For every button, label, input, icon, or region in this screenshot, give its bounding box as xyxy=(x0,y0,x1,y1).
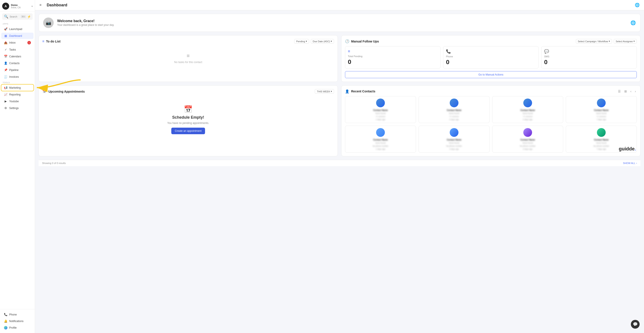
sidebar-item-label: Notifications xyxy=(9,320,24,323)
appointments-title: Upcoming Appointments xyxy=(48,90,85,93)
sidebar-item-pipeline[interactable]: 📌 Pipeline xyxy=(1,67,34,73)
sidebar-item-marketing[interactable]: 📢 Marketing xyxy=(1,84,34,91)
appointments-title-group: 📅 Upcoming Appointments xyxy=(42,89,85,93)
appointments-empty-title: Schedule Empty! xyxy=(172,115,204,120)
contact-time-4: 7 days ago xyxy=(596,118,606,121)
show-all-btn[interactable]: SHOW ALL › xyxy=(623,162,637,164)
contact-card-8[interactable]: Contact Name None found No phone number … xyxy=(566,126,637,153)
appointments-card: 📅 Upcoming Appointments THIS WEEK ▾ 📅 Sc… xyxy=(38,85,338,156)
sidebar-item-label: Pipeline xyxy=(9,68,18,72)
inbox-icon: 📥 xyxy=(4,41,8,44)
appointments-empty-state: 📅 Schedule Empty! You have no pending ap… xyxy=(42,96,334,143)
sidebar-item-settings[interactable]: ⚙ Settings xyxy=(1,105,34,111)
sidebar-item-profile[interactable]: Profile xyxy=(1,325,34,331)
contacts-card-header: 👤 Recent Contacts ☰ ⊞ ‹ › xyxy=(345,89,637,93)
contact-avatar-4 xyxy=(597,98,606,107)
this-week-label: THIS WEEK xyxy=(317,90,330,93)
stat-phone: 📞 Phone 0 xyxy=(443,46,539,68)
stat-total-value: 0 xyxy=(348,58,438,65)
contact-card-3[interactable]: Contact Name None found +1 xxxxxxx 5 day… xyxy=(492,96,563,123)
pipeline-icon: 📌 xyxy=(4,68,8,72)
contact-phone-8: No phone number xyxy=(594,145,609,147)
sidebar-item-label: Contacts xyxy=(9,62,20,65)
page-title: Dashboard xyxy=(47,3,67,7)
campaign-filter-btn[interactable]: Select Campaign / Workflow ▾ xyxy=(576,39,612,43)
chat-bubble-btn[interactable]: 💬 xyxy=(631,320,640,329)
user-avatar: A xyxy=(2,3,9,10)
contact-name-4: Contact Name xyxy=(594,109,608,111)
sidebar-item-contacts[interactable]: 👤 Contacts xyxy=(1,60,34,66)
sort-filter-btn[interactable]: Due Date (ASC) ▾ xyxy=(311,39,334,43)
contact-card-7[interactable]: Contact Name None found No phone number … xyxy=(492,126,563,153)
appointments-icon: 📅 xyxy=(42,89,47,93)
stat-sms: 💬 SMS 0 xyxy=(541,46,637,68)
this-week-filter-btn[interactable]: THIS WEEK ▾ xyxy=(315,89,334,94)
inbox-badge: 1 xyxy=(28,41,31,44)
sidebar-item-label: Inbox xyxy=(9,41,16,44)
sidebar-item-label: Marketing xyxy=(9,86,21,89)
stat-phone-icon: 📞 xyxy=(446,49,536,54)
contact-meta-3: None found xyxy=(523,112,533,114)
hamburger-icon[interactable]: ≡ xyxy=(40,3,42,7)
sort-label: Due Date (ASC) xyxy=(313,40,330,43)
contact-card-1[interactable]: Contact Name None found +1 xxxxxxx 1 day… xyxy=(345,96,416,123)
contact-card-5[interactable]: Contact Name None found No phone number … xyxy=(345,126,416,153)
sort-chevron: ▾ xyxy=(331,40,332,43)
sidebar-item-invoices[interactable]: 🧾 Invoices xyxy=(1,73,34,80)
sidebar-item-dashboard[interactable]: ▦ Dashboard xyxy=(1,33,34,39)
sidebar-item-label: Dashboard xyxy=(9,34,22,37)
appointments-empty-sub: You have no pending appointments. xyxy=(167,121,209,125)
contact-card-6[interactable]: Contact Name None found No phone number … xyxy=(418,126,490,153)
todo-icon: ≡ xyxy=(42,39,44,43)
list-view-icon[interactable]: ☰ xyxy=(617,89,622,93)
contact-avatar-3 xyxy=(523,98,532,107)
show-all-label: SHOW ALL xyxy=(623,162,635,164)
phone-icon: 📞 xyxy=(4,313,8,316)
this-week-chevron: ▾ xyxy=(331,90,332,93)
todo-filters: Pending ▾ Due Date (ASC) ▾ xyxy=(294,39,334,43)
sidebar: A Demo Irvine, CA ▾ 🔍 Search ⌘K ⚡ Apps 🚀… xyxy=(0,0,35,333)
todo-card: ≡ To do List Pending ▾ Due Date (ASC) ▾ xyxy=(38,35,338,82)
contact-phone-5: No phone number xyxy=(372,145,388,147)
chat-icon: 💬 xyxy=(633,322,638,327)
calendars-icon: 📅 xyxy=(4,55,8,58)
contact-avatar-7 xyxy=(523,128,532,137)
sidebar-item-phone[interactable]: 📞 Phone xyxy=(1,311,34,318)
welcome-text: Welcome back, Grace! Your dashboard is a… xyxy=(57,19,114,26)
contacts-title-group: 👤 Recent Contacts xyxy=(345,89,375,93)
contact-card-2[interactable]: Contact Name None found +1 xxxxxxx 3 day… xyxy=(418,96,490,123)
sidebar-item-reporting[interactable]: 📈 Reporting xyxy=(1,91,34,98)
stat-total-label: Total Pending xyxy=(348,55,438,57)
user-section[interactable]: A Demo Irvine, CA ▾ xyxy=(0,0,35,11)
stat-total: ≡ Total Pending 0 xyxy=(345,46,440,68)
stat-sms-icon: 💬 xyxy=(544,49,634,54)
sidebar-item-youtube[interactable]: ▶ Youtube xyxy=(1,98,34,104)
sidebar-item-notifications[interactable]: 🔔 Notifications xyxy=(1,318,34,324)
assignee-filter-btn[interactable]: Select Assignee ▾ xyxy=(614,39,637,43)
followup-stats: ≡ Total Pending 0 📞 Phone 0 💬 SMS 0 xyxy=(345,46,637,68)
grid-view-icon[interactable]: ⊞ xyxy=(624,89,628,93)
sidebar-item-launchpad[interactable]: 🚀 Launchpad xyxy=(1,26,34,32)
welcome-icon: 🌐 xyxy=(630,20,636,25)
create-appointment-btn[interactable]: Create an appointment xyxy=(171,128,205,134)
pending-filter-btn[interactable]: Pending ▾ xyxy=(294,39,309,43)
sidebar-item-tasks[interactable]: ✓ Tasks xyxy=(1,46,34,53)
sidebar-item-label: Reporting xyxy=(9,93,20,96)
sidebar-item-inbox[interactable]: 📥 Inbox 1 xyxy=(1,39,34,46)
contacts-grid: Contact Name None found +1 xxxxxxx 1 day… xyxy=(345,96,637,153)
prev-icon[interactable]: ‹ xyxy=(630,89,632,93)
next-icon[interactable]: › xyxy=(634,89,637,93)
contact-avatar-1 xyxy=(376,98,385,107)
search-bar[interactable]: 🔍 Search ⌘K ⚡ xyxy=(2,13,33,20)
followups-filters: Select Campaign / Workflow ▾ Select Assi… xyxy=(576,39,637,43)
contact-phone-2: +1 xxxxxxx xyxy=(449,115,459,118)
flash-icon: ⚡ xyxy=(27,15,31,18)
calendar-empty-icon: 📅 xyxy=(184,105,192,113)
goto-manual-actions-btn[interactable]: Go to Manual Actions xyxy=(345,71,637,78)
bottom-bar: Showing 0 of 0 results SHOW ALL › xyxy=(38,160,640,166)
contact-card-4[interactable]: Contact Name None found +1 xxxxxxx 7 day… xyxy=(566,96,637,123)
contact-meta-4: None found xyxy=(596,112,606,114)
sidebar-item-calendars[interactable]: 📅 Calendars xyxy=(1,53,34,59)
user-location: Irvine, CA xyxy=(11,6,30,9)
stat-phone-label: Phone xyxy=(446,55,536,58)
